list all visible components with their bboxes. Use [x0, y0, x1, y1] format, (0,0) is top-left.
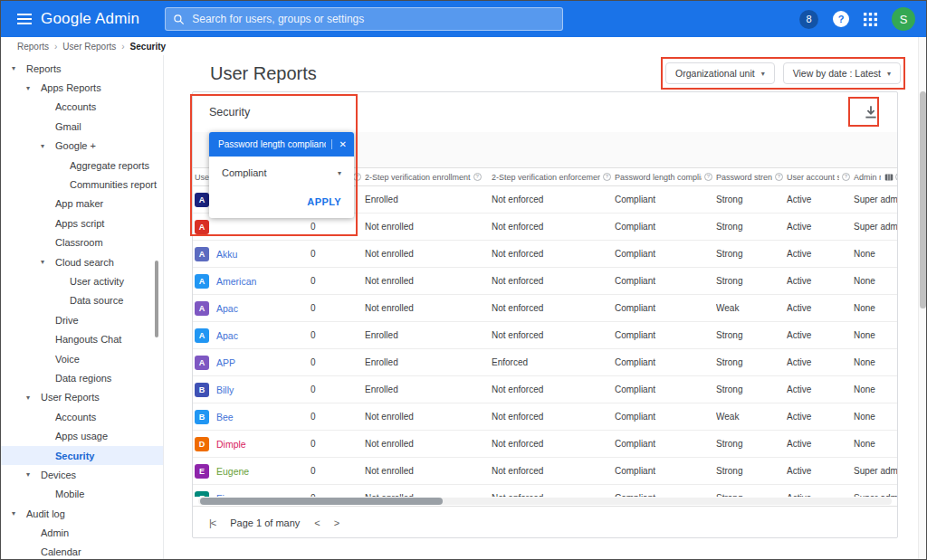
sidebar-item-communities-report[interactable]: Communities report — [1, 175, 163, 194]
user-name-link[interactable]: American — [216, 276, 256, 287]
user-name-link[interactable]: APP — [216, 357, 235, 368]
cell-account-status: Active — [787, 330, 854, 340]
apply-button[interactable]: APPLY — [222, 196, 341, 207]
table-row: AApac0Not enrolledNot enforcedCompliantW… — [193, 295, 897, 322]
view-by-date-label: View by date : Latest — [793, 68, 881, 79]
sidebar-item-hangouts-chat[interactable]: Hangouts Chat — [1, 329, 163, 348]
cell-enforcement: Not enforced — [492, 439, 615, 449]
view-by-date-dropdown[interactable]: View by date : Latest ▾ — [783, 62, 901, 84]
column-header-password-strength: Password strength? — [716, 173, 787, 182]
chevron-down-icon: ▾ — [338, 169, 341, 177]
sidebar-item-apps-reports[interactable]: ▾Apps Reports — [1, 78, 163, 97]
user-name-link[interactable]: Akku — [216, 249, 237, 260]
user-name-link[interactable]: Apac — [216, 330, 238, 341]
user-name-link[interactable]: Bee — [216, 412, 234, 422]
help-icon[interactable]: ? — [603, 173, 611, 181]
sidebar-item-admin[interactable]: Admin — [1, 523, 163, 542]
cell-admin-role: None — [854, 439, 897, 449]
sidebar-scrollbar-thumb[interactable] — [155, 261, 158, 337]
sidebar-item-data-regions[interactable]: Data regions — [1, 368, 163, 387]
cell-password-strength: Strong — [716, 222, 787, 232]
sidebar-item-accounts[interactable]: Accounts — [1, 98, 163, 117]
avatar: A — [195, 274, 209, 289]
cell-enforcement: Not enforced — [492, 195, 615, 204]
cell-password-strength: Strong — [716, 384, 787, 394]
table-row: AAPP0EnrolledEnforcedCompliantStrongActi… — [193, 349, 897, 376]
help-icon[interactable]: ? — [704, 173, 712, 181]
sidebar-item-label: Apps usage — [55, 431, 108, 441]
sidebar-item-label: Cloud search — [55, 257, 114, 268]
column-header-2-step-verification-enforcement: 2-Step verification enforcement? — [492, 173, 615, 182]
help-icon[interactable]: ? — [842, 173, 850, 181]
sidebar-item-voice[interactable]: Voice — [1, 349, 163, 368]
sidebar-item-app-maker[interactable]: App maker — [1, 195, 163, 214]
pagination-label: Page 1 of many — [230, 517, 300, 528]
sidebar-item-mobile[interactable]: Mobile — [1, 485, 163, 504]
sidebar-item-apps-script[interactable]: Apps script — [1, 214, 163, 233]
table-row: DDimple0Not enrolledNot enforcedComplian… — [193, 431, 897, 458]
cell-enrollment: Not enrolled — [365, 276, 492, 286]
menu-icon[interactable] — [17, 11, 32, 27]
sidebar-item-devices[interactable]: ▾Devices — [1, 465, 163, 484]
user-name-link[interactable]: Billy — [216, 384, 234, 395]
sidebar-item-aggregate-reports[interactable]: Aggregate reports — [1, 156, 163, 175]
next-page-button[interactable]: > — [334, 517, 339, 528]
sidebar-item-audit-log[interactable]: ▾Audit log — [1, 504, 163, 523]
help-icon[interactable]: ? — [833, 11, 849, 27]
sidebar-item-user-reports[interactable]: ▾User Reports — [1, 388, 163, 407]
horizontal-scrollbar-thumb[interactable] — [200, 498, 443, 505]
sidebar-item-classroom[interactable]: Classroom — [1, 233, 163, 252]
column-header-label: 2-Step verification enrollment — [365, 173, 471, 182]
compliance-select-value: Compliant — [222, 167, 267, 178]
first-page-button[interactable]: |< — [209, 517, 215, 528]
sidebar-item-data-source[interactable]: Data source — [1, 291, 163, 310]
org-unit-dropdown[interactable]: Organizational unit ▾ — [665, 62, 775, 84]
cell-apps-count: 0 — [311, 384, 365, 394]
help-icon[interactable]: ? — [895, 173, 897, 181]
help-icon[interactable]: ? — [353, 173, 361, 181]
cell-enforcement: Not enforced — [492, 222, 615, 232]
page-title: User Reports — [210, 63, 317, 84]
sidebar-item-drive[interactable]: Drive — [1, 310, 163, 329]
download-icon[interactable] — [863, 104, 879, 120]
notifications-badge-icon[interactable]: 8 — [799, 10, 818, 29]
sidebar-item-reports[interactable]: ▾Reports — [1, 59, 163, 78]
previous-page-button[interactable]: < — [314, 517, 319, 528]
sidebar-item-apps-usage[interactable]: Apps usage — [1, 426, 163, 445]
sidebar-item-security[interactable]: Security — [1, 446, 163, 465]
table-row: EEugene0Not enrolledNot enforcedComplian… — [193, 458, 897, 485]
cell-password-strength: Weak — [716, 303, 787, 313]
vertical-scrollbar-thumb[interactable] — [920, 91, 926, 308]
user-name-link[interactable]: Dimple — [216, 439, 246, 450]
security-report-card: Security User nameNumber of apps?2-Step … — [192, 91, 898, 538]
cell-password-strength: Strong — [716, 357, 787, 367]
compliance-select[interactable]: Compliant ▾ — [222, 167, 341, 178]
sidebar-item-accounts[interactable]: Accounts — [1, 407, 163, 426]
user-cell: A — [195, 220, 311, 234]
user-name-link[interactable]: Apac — [216, 303, 238, 314]
help-icon[interactable]: ? — [473, 173, 482, 181]
sidebar-item-user-activity[interactable]: User activity — [1, 271, 163, 290]
help-icon[interactable]: ? — [775, 173, 783, 181]
sidebar-item-gmail[interactable]: Gmail — [1, 117, 163, 136]
card-title: Security — [209, 106, 250, 119]
breadcrumb-item-reports[interactable]: Reports — [17, 42, 49, 52]
column-settings-icon[interactable] — [881, 171, 894, 184]
sidebar-item-label: Apps script — [55, 218, 104, 229]
breadcrumb: Reports›User Reports›Security — [1, 37, 926, 55]
cell-enrollment: Enrolled — [365, 384, 492, 394]
search-bar[interactable] — [165, 7, 563, 31]
chevron-down-icon: ▾ — [26, 394, 41, 402]
account-avatar[interactable]: S — [892, 7, 915, 31]
search-input[interactable] — [192, 13, 555, 25]
card-toolbar: Security — [193, 92, 897, 132]
sidebar-item-cloud-search[interactable]: ▾Cloud search — [1, 252, 163, 271]
sidebar-item-google[interactable]: ▾Google + — [1, 137, 163, 156]
breadcrumb-item-user-reports[interactable]: User Reports — [62, 42, 116, 52]
user-name-link[interactable]: Eugene — [216, 466, 249, 477]
sidebar-item-calendar[interactable]: Calendar — [1, 543, 163, 560]
chevron-down-icon: ▾ — [887, 70, 891, 78]
close-icon[interactable]: ✕ — [331, 139, 347, 149]
apps-grid-icon[interactable] — [864, 13, 877, 26]
sidebar-item-label: Data source — [70, 295, 123, 306]
